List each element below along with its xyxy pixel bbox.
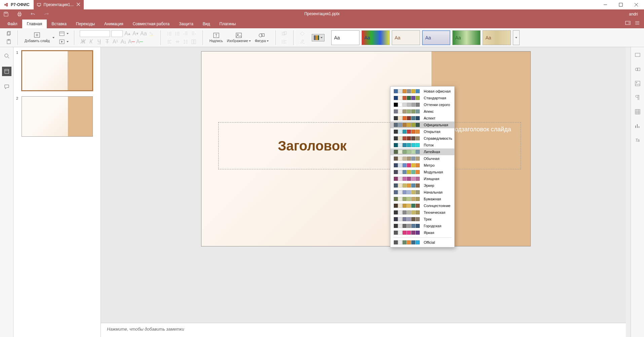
strikethrough-button[interactable]: Т	[104, 38, 111, 45]
color-theme-item[interactable]: Справедливость	[390, 135, 454, 142]
color-scheme-button[interactable]	[312, 34, 325, 41]
search-icon[interactable]	[2, 51, 11, 61]
close-window-button[interactable]	[629, 0, 644, 9]
textbox-button[interactable]: T Надпись	[208, 32, 224, 43]
align-objects-button[interactable]	[281, 38, 288, 45]
columns-button[interactable]	[190, 38, 197, 45]
slide-thumbnail[interactable]: 1	[17, 50, 97, 91]
font-size-select[interactable]	[111, 30, 123, 37]
tab-close-icon[interactable]	[76, 2, 80, 7]
color-theme-item[interactable]: Трек	[390, 216, 454, 223]
vertical-scrollbar[interactable]	[626, 47, 631, 337]
color-theme-item[interactable]: Начальная	[390, 189, 454, 196]
color-theme-item[interactable]: Литейная	[390, 148, 454, 155]
line-spacing-button[interactable]	[182, 38, 189, 45]
print-button[interactable]	[17, 11, 22, 17]
menu-tab-совместная работа[interactable]: Совместная работа	[128, 20, 174, 28]
slide-thumbnail[interactable]: 2	[17, 96, 97, 137]
color-theme-item[interactable]: Бумажная	[390, 196, 454, 202]
shape-button[interactable]: Фигура	[254, 32, 270, 43]
color-theme-item[interactable]: Аспект	[390, 115, 454, 122]
add-slide-dropdown[interactable]	[52, 37, 54, 38]
slides-panel-icon[interactable]	[2, 67, 11, 76]
color-theme-item[interactable]: Поток	[390, 142, 454, 148]
color-theme-item[interactable]: Оттенки серого	[390, 101, 454, 108]
subscript-button[interactable]: A₁	[120, 38, 127, 45]
superscript-button[interactable]: A¹	[112, 38, 119, 45]
theme-thumbnail[interactable]: Aa	[452, 30, 481, 45]
minimize-button[interactable]	[598, 0, 613, 9]
color-theme-item[interactable]: Official	[390, 239, 454, 246]
font-name-select[interactable]	[80, 30, 110, 37]
color-theme-item[interactable]: Техническая	[390, 209, 454, 216]
user-name[interactable]: andri	[629, 12, 641, 16]
menu-tab-вставка[interactable]: Вставка	[47, 20, 71, 28]
clear-formatting-button[interactable]: A	[136, 38, 143, 45]
theme-thumbnail[interactable]: Aa	[392, 30, 420, 45]
font-color-button[interactable]: A	[128, 38, 135, 45]
menu-tab-переходы[interactable]: Переходы	[71, 20, 100, 28]
color-theme-item[interactable]: Изящная	[390, 175, 454, 182]
color-theme-item[interactable]: Стандартная	[390, 95, 454, 101]
decrease-indent-button[interactable]	[182, 30, 189, 37]
maximize-button[interactable]	[613, 0, 629, 9]
increase-indent-button[interactable]	[190, 30, 197, 37]
menu-tab-файл[interactable]: Файл	[3, 20, 22, 28]
add-slide-button[interactable]: Добавить слайд	[23, 32, 51, 43]
theme-thumbnail[interactable]: Aa	[422, 30, 450, 45]
menu-tab-главная[interactable]: Главная	[22, 20, 47, 28]
clear-style-button[interactable]	[299, 38, 306, 45]
table-settings-icon[interactable]	[634, 108, 642, 116]
theme-thumbnail[interactable]: Aa	[483, 30, 511, 45]
image-button[interactable]: Изображение	[226, 32, 252, 43]
layout-dropdown[interactable]	[67, 33, 69, 34]
paste-button[interactable]	[5, 38, 12, 45]
change-case-button[interactable]: Aa	[140, 30, 147, 37]
chart-settings-icon[interactable]	[634, 122, 642, 130]
color-theme-item[interactable]: Городская	[390, 223, 454, 229]
highlight-color-button[interactable]	[148, 30, 155, 37]
color-theme-item[interactable]: Апекс	[390, 108, 454, 115]
menu-tab-вид[interactable]: Вид	[198, 20, 215, 28]
paragraph-settings-icon[interactable]	[634, 94, 642, 102]
color-theme-item[interactable]: Метро	[390, 162, 454, 169]
color-theme-item[interactable]: Новая офисная	[390, 88, 454, 95]
decrease-font-button[interactable]: A▾	[132, 30, 139, 37]
align-vertical-button[interactable]	[174, 38, 181, 45]
slide-title-placeholder[interactable]: Заголовок	[218, 122, 407, 169]
start-slideshow-button[interactable]	[59, 38, 65, 45]
view-settings-icon[interactable]	[635, 20, 640, 27]
undo-button[interactable]	[30, 11, 36, 17]
color-theme-item[interactable]: Солнцестояние	[390, 202, 454, 209]
color-theme-item[interactable]: Обычная	[390, 155, 454, 162]
menu-tab-защита[interactable]: Защита	[174, 20, 198, 28]
save-button[interactable]	[3, 11, 9, 17]
open-file-location-icon[interactable]	[625, 20, 631, 27]
copy-button[interactable]	[5, 30, 12, 37]
text-art-settings-icon[interactable]: Ta	[634, 136, 642, 144]
shape-fill-button[interactable]	[299, 30, 306, 37]
theme-gallery-more[interactable]	[513, 30, 520, 45]
theme-thumbnail[interactable]: Aa	[362, 30, 390, 45]
arrange-button[interactable]	[281, 30, 288, 37]
shape-settings-icon[interactable]	[634, 65, 642, 73]
slideshow-dropdown[interactable]	[67, 41, 69, 42]
menu-tab-анимация[interactable]: Анимация	[100, 20, 128, 28]
color-theme-item[interactable]: Официальная	[390, 122, 454, 128]
increase-font-button[interactable]: A▴	[124, 30, 131, 37]
color-theme-item[interactable]: Яркая	[390, 229, 454, 236]
color-scheme-dropdown[interactable]: Новая офиснаяСтандартнаяОттенки серогоАп…	[390, 86, 455, 247]
theme-thumbnail[interactable]: Aa	[331, 30, 359, 45]
underline-button[interactable]: Ч	[96, 38, 103, 45]
slide-canvas[interactable]: Заголовок Подзаголовок слайда	[201, 51, 531, 246]
color-theme-item[interactable]: Эркер	[390, 182, 454, 189]
numbering-button[interactable]: 123	[174, 30, 181, 37]
redo-button[interactable]	[44, 11, 49, 17]
align-horizontal-button[interactable]	[166, 38, 173, 45]
slide-settings-icon[interactable]	[634, 51, 642, 59]
bold-button[interactable]: Ж	[80, 38, 86, 45]
image-settings-icon[interactable]	[634, 79, 642, 88]
slide-layout-button[interactable]	[59, 30, 65, 37]
italic-button[interactable]: К	[88, 38, 94, 45]
document-tab[interactable]: Презентация1...	[34, 0, 84, 9]
